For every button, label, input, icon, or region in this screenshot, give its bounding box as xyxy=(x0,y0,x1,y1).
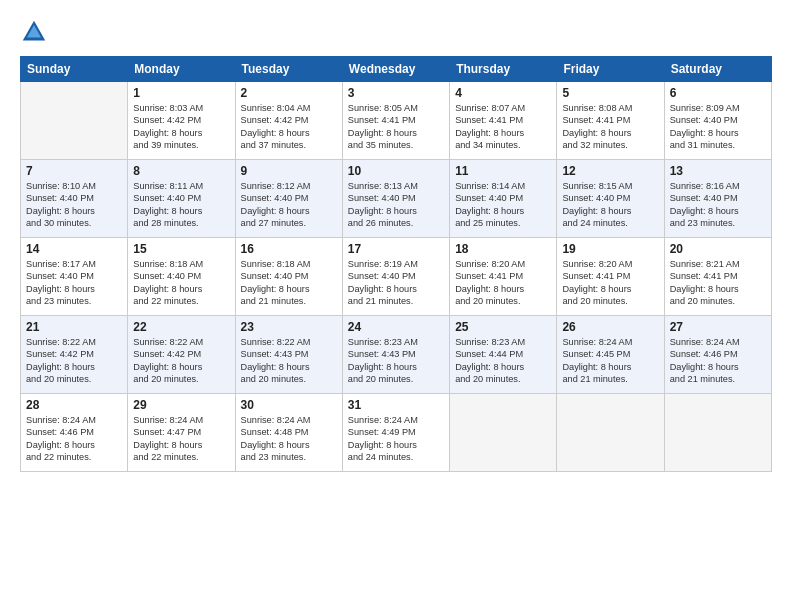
day-info: Sunrise: 8:13 AM Sunset: 4:40 PM Dayligh… xyxy=(348,180,444,230)
day-info: Sunrise: 8:24 AM Sunset: 4:45 PM Dayligh… xyxy=(562,336,658,386)
day-info: Sunrise: 8:11 AM Sunset: 4:40 PM Dayligh… xyxy=(133,180,229,230)
day-number: 25 xyxy=(455,320,551,334)
day-info: Sunrise: 8:22 AM Sunset: 4:43 PM Dayligh… xyxy=(241,336,337,386)
calendar-header-row: SundayMondayTuesdayWednesdayThursdayFrid… xyxy=(21,57,772,82)
day-number: 15 xyxy=(133,242,229,256)
day-info: Sunrise: 8:07 AM Sunset: 4:41 PM Dayligh… xyxy=(455,102,551,152)
calendar-cell: 31Sunrise: 8:24 AM Sunset: 4:49 PM Dayli… xyxy=(342,394,449,472)
day-info: Sunrise: 8:18 AM Sunset: 4:40 PM Dayligh… xyxy=(133,258,229,308)
day-number: 23 xyxy=(241,320,337,334)
calendar-cell: 28Sunrise: 8:24 AM Sunset: 4:46 PM Dayli… xyxy=(21,394,128,472)
logo-icon xyxy=(20,18,48,46)
calendar-week-row: 1Sunrise: 8:03 AM Sunset: 4:42 PM Daylig… xyxy=(21,82,772,160)
calendar-cell xyxy=(557,394,664,472)
day-number: 14 xyxy=(26,242,122,256)
day-info: Sunrise: 8:24 AM Sunset: 4:48 PM Dayligh… xyxy=(241,414,337,464)
day-number: 29 xyxy=(133,398,229,412)
day-info: Sunrise: 8:21 AM Sunset: 4:41 PM Dayligh… xyxy=(670,258,766,308)
calendar-cell: 9Sunrise: 8:12 AM Sunset: 4:40 PM Daylig… xyxy=(235,160,342,238)
day-info: Sunrise: 8:05 AM Sunset: 4:41 PM Dayligh… xyxy=(348,102,444,152)
day-info: Sunrise: 8:03 AM Sunset: 4:42 PM Dayligh… xyxy=(133,102,229,152)
calendar-cell: 1Sunrise: 8:03 AM Sunset: 4:42 PM Daylig… xyxy=(128,82,235,160)
day-number: 7 xyxy=(26,164,122,178)
day-info: Sunrise: 8:14 AM Sunset: 4:40 PM Dayligh… xyxy=(455,180,551,230)
day-info: Sunrise: 8:19 AM Sunset: 4:40 PM Dayligh… xyxy=(348,258,444,308)
calendar-cell: 27Sunrise: 8:24 AM Sunset: 4:46 PM Dayli… xyxy=(664,316,771,394)
day-number: 9 xyxy=(241,164,337,178)
calendar-cell xyxy=(21,82,128,160)
calendar-header-sunday: Sunday xyxy=(21,57,128,82)
calendar-cell xyxy=(450,394,557,472)
day-info: Sunrise: 8:17 AM Sunset: 4:40 PM Dayligh… xyxy=(26,258,122,308)
day-number: 21 xyxy=(26,320,122,334)
day-info: Sunrise: 8:15 AM Sunset: 4:40 PM Dayligh… xyxy=(562,180,658,230)
calendar-cell: 2Sunrise: 8:04 AM Sunset: 4:42 PM Daylig… xyxy=(235,82,342,160)
calendar-cell: 29Sunrise: 8:24 AM Sunset: 4:47 PM Dayli… xyxy=(128,394,235,472)
header xyxy=(20,18,772,46)
calendar-cell: 11Sunrise: 8:14 AM Sunset: 4:40 PM Dayli… xyxy=(450,160,557,238)
day-info: Sunrise: 8:24 AM Sunset: 4:47 PM Dayligh… xyxy=(133,414,229,464)
day-number: 11 xyxy=(455,164,551,178)
calendar-header-friday: Friday xyxy=(557,57,664,82)
day-number: 30 xyxy=(241,398,337,412)
day-number: 4 xyxy=(455,86,551,100)
day-number: 17 xyxy=(348,242,444,256)
calendar-week-row: 21Sunrise: 8:22 AM Sunset: 4:42 PM Dayli… xyxy=(21,316,772,394)
day-info: Sunrise: 8:09 AM Sunset: 4:40 PM Dayligh… xyxy=(670,102,766,152)
day-number: 8 xyxy=(133,164,229,178)
day-number: 2 xyxy=(241,86,337,100)
calendar-cell: 25Sunrise: 8:23 AM Sunset: 4:44 PM Dayli… xyxy=(450,316,557,394)
calendar-cell: 30Sunrise: 8:24 AM Sunset: 4:48 PM Dayli… xyxy=(235,394,342,472)
calendar-header-monday: Monday xyxy=(128,57,235,82)
calendar-cell: 21Sunrise: 8:22 AM Sunset: 4:42 PM Dayli… xyxy=(21,316,128,394)
day-number: 22 xyxy=(133,320,229,334)
day-info: Sunrise: 8:20 AM Sunset: 4:41 PM Dayligh… xyxy=(455,258,551,308)
day-number: 20 xyxy=(670,242,766,256)
day-number: 1 xyxy=(133,86,229,100)
day-info: Sunrise: 8:24 AM Sunset: 4:46 PM Dayligh… xyxy=(670,336,766,386)
day-number: 19 xyxy=(562,242,658,256)
calendar-cell: 19Sunrise: 8:20 AM Sunset: 4:41 PM Dayli… xyxy=(557,238,664,316)
calendar-cell: 18Sunrise: 8:20 AM Sunset: 4:41 PM Dayli… xyxy=(450,238,557,316)
day-number: 28 xyxy=(26,398,122,412)
day-info: Sunrise: 8:23 AM Sunset: 4:43 PM Dayligh… xyxy=(348,336,444,386)
day-info: Sunrise: 8:10 AM Sunset: 4:40 PM Dayligh… xyxy=(26,180,122,230)
day-number: 10 xyxy=(348,164,444,178)
calendar-cell: 15Sunrise: 8:18 AM Sunset: 4:40 PM Dayli… xyxy=(128,238,235,316)
calendar-cell: 7Sunrise: 8:10 AM Sunset: 4:40 PM Daylig… xyxy=(21,160,128,238)
calendar-week-row: 7Sunrise: 8:10 AM Sunset: 4:40 PM Daylig… xyxy=(21,160,772,238)
calendar-header-thursday: Thursday xyxy=(450,57,557,82)
calendar-cell: 17Sunrise: 8:19 AM Sunset: 4:40 PM Dayli… xyxy=(342,238,449,316)
page: SundayMondayTuesdayWednesdayThursdayFrid… xyxy=(0,0,792,612)
calendar-cell: 13Sunrise: 8:16 AM Sunset: 4:40 PM Dayli… xyxy=(664,160,771,238)
day-number: 18 xyxy=(455,242,551,256)
calendar-cell: 26Sunrise: 8:24 AM Sunset: 4:45 PM Dayli… xyxy=(557,316,664,394)
calendar-cell: 16Sunrise: 8:18 AM Sunset: 4:40 PM Dayli… xyxy=(235,238,342,316)
calendar-cell xyxy=(664,394,771,472)
calendar-cell: 12Sunrise: 8:15 AM Sunset: 4:40 PM Dayli… xyxy=(557,160,664,238)
day-info: Sunrise: 8:24 AM Sunset: 4:49 PM Dayligh… xyxy=(348,414,444,464)
day-number: 3 xyxy=(348,86,444,100)
calendar-cell: 3Sunrise: 8:05 AM Sunset: 4:41 PM Daylig… xyxy=(342,82,449,160)
calendar-cell: 24Sunrise: 8:23 AM Sunset: 4:43 PM Dayli… xyxy=(342,316,449,394)
calendar-week-row: 28Sunrise: 8:24 AM Sunset: 4:46 PM Dayli… xyxy=(21,394,772,472)
day-info: Sunrise: 8:04 AM Sunset: 4:42 PM Dayligh… xyxy=(241,102,337,152)
day-number: 6 xyxy=(670,86,766,100)
day-number: 12 xyxy=(562,164,658,178)
day-info: Sunrise: 8:24 AM Sunset: 4:46 PM Dayligh… xyxy=(26,414,122,464)
day-info: Sunrise: 8:23 AM Sunset: 4:44 PM Dayligh… xyxy=(455,336,551,386)
day-info: Sunrise: 8:22 AM Sunset: 4:42 PM Dayligh… xyxy=(26,336,122,386)
calendar-header-tuesday: Tuesday xyxy=(235,57,342,82)
calendar-cell: 20Sunrise: 8:21 AM Sunset: 4:41 PM Dayli… xyxy=(664,238,771,316)
day-info: Sunrise: 8:20 AM Sunset: 4:41 PM Dayligh… xyxy=(562,258,658,308)
calendar-cell: 22Sunrise: 8:22 AM Sunset: 4:42 PM Dayli… xyxy=(128,316,235,394)
day-number: 26 xyxy=(562,320,658,334)
calendar-cell: 8Sunrise: 8:11 AM Sunset: 4:40 PM Daylig… xyxy=(128,160,235,238)
calendar-cell: 5Sunrise: 8:08 AM Sunset: 4:41 PM Daylig… xyxy=(557,82,664,160)
day-info: Sunrise: 8:16 AM Sunset: 4:40 PM Dayligh… xyxy=(670,180,766,230)
day-number: 13 xyxy=(670,164,766,178)
calendar-cell: 6Sunrise: 8:09 AM Sunset: 4:40 PM Daylig… xyxy=(664,82,771,160)
day-info: Sunrise: 8:12 AM Sunset: 4:40 PM Dayligh… xyxy=(241,180,337,230)
day-number: 24 xyxy=(348,320,444,334)
calendar-week-row: 14Sunrise: 8:17 AM Sunset: 4:40 PM Dayli… xyxy=(21,238,772,316)
